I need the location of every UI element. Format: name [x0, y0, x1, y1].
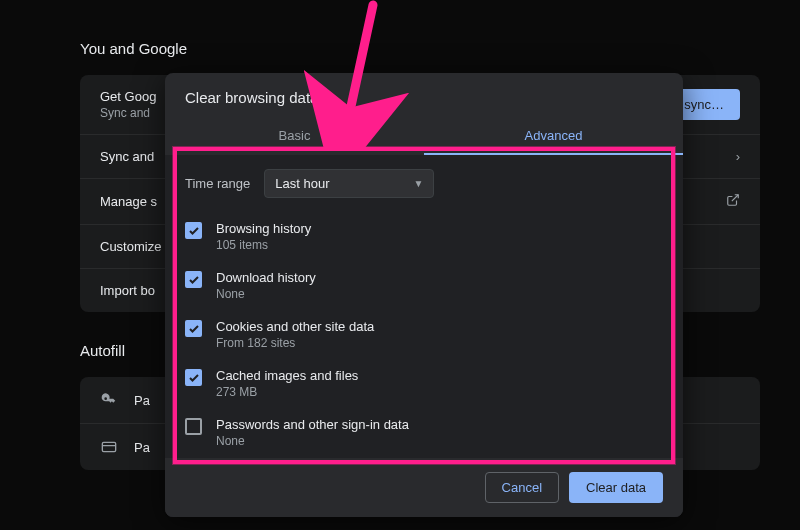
option-subtext: None [216, 287, 316, 301]
key-icon [100, 391, 118, 409]
time-range-value: Last hour [275, 176, 329, 191]
clear-data-option: Download historyNone [185, 261, 663, 310]
option-checkbox[interactable] [185, 418, 202, 435]
time-range-select[interactable]: Last hour ▼ [264, 169, 434, 198]
dialog-title: Clear browsing data [165, 73, 683, 116]
option-label: Browsing history [216, 221, 311, 236]
tab-basic[interactable]: Basic [165, 116, 424, 155]
option-checkbox[interactable] [185, 320, 202, 337]
option-subtext: 105 items [216, 238, 311, 252]
row-label: Pa [134, 393, 150, 408]
row-label: Import bo [100, 283, 155, 298]
option-subtext: None [216, 434, 409, 448]
row-label: Manage s [100, 194, 157, 209]
option-subtext: From 182 sites [216, 336, 374, 350]
option-subtext: 273 MB [216, 385, 358, 399]
option-checkbox[interactable] [185, 271, 202, 288]
time-range-label: Time range [185, 176, 250, 191]
option-label: Cached images and files [216, 368, 358, 383]
clear-data-option: Cached images and files273 MB [185, 359, 663, 408]
option-label: Download history [216, 270, 316, 285]
dialog-body: Time range Last hour ▼ Browsing history1… [165, 155, 683, 458]
clear-data-option: Passwords and other sign-in dataNone [185, 408, 663, 457]
row-label: Sync and [100, 149, 154, 164]
clear-data-button[interactable]: Clear data [569, 472, 663, 503]
option-label: Passwords and other sign-in data [216, 417, 409, 432]
time-range-row: Time range Last hour ▼ [185, 169, 663, 198]
row-label: Pa [134, 440, 150, 455]
option-checkbox[interactable] [185, 222, 202, 239]
chevron-right-icon: › [736, 149, 740, 164]
clear-data-option: Cookies and other site dataFrom 182 site… [185, 310, 663, 359]
row-subtitle: Sync and [100, 106, 156, 120]
clear-data-option: Browsing history105 items [185, 212, 663, 261]
cancel-button[interactable]: Cancel [485, 472, 559, 503]
option-label: Cookies and other site data [216, 319, 374, 334]
svg-line-0 [732, 195, 738, 201]
dialog-tabs: Basic Advanced [165, 116, 683, 155]
dialog-footer: Cancel Clear data [165, 458, 683, 517]
svg-rect-1 [102, 442, 115, 451]
row-label: Customize [100, 239, 161, 254]
clear-browsing-data-dialog: Clear browsing data Basic Advanced Time … [165, 73, 683, 517]
caret-down-icon: ▼ [413, 178, 423, 189]
external-link-icon [726, 193, 740, 210]
section-title-you-and-google: You and Google [80, 40, 760, 57]
credit-card-icon [100, 438, 118, 456]
option-checkbox[interactable] [185, 369, 202, 386]
row-title: Get Goog [100, 89, 156, 104]
tab-advanced[interactable]: Advanced [424, 116, 683, 155]
